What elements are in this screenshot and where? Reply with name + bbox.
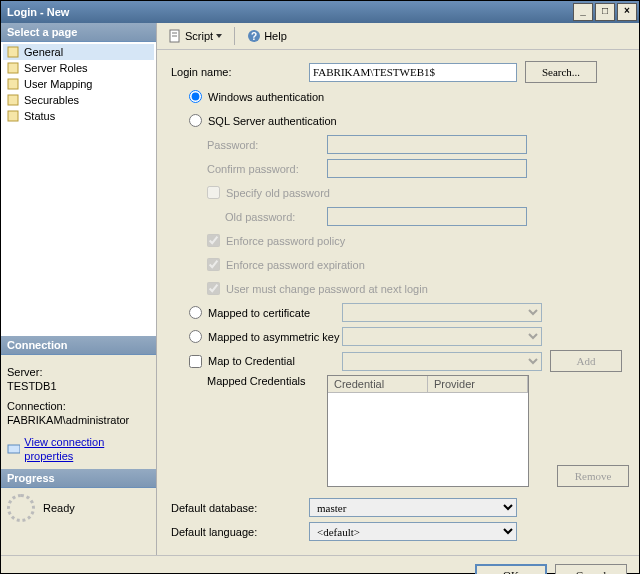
password-label: Password: xyxy=(207,139,327,151)
page-securables[interactable]: Securables xyxy=(3,92,154,108)
chevron-down-icon xyxy=(216,34,222,38)
help-button[interactable]: ? Help xyxy=(242,26,292,46)
login-name-label: Login name: xyxy=(171,66,309,78)
page-icon xyxy=(6,45,20,59)
mapped-creds-label: Mapped Credentials xyxy=(207,375,327,387)
page-status[interactable]: Status xyxy=(3,108,154,124)
enforce-exp-label: Enforce password expiration xyxy=(226,259,365,271)
confirm-input xyxy=(327,159,527,178)
page-user-mapping[interactable]: User Mapping xyxy=(3,76,154,92)
titlebar: Login - New _ □ × xyxy=(1,1,639,23)
cert-select xyxy=(342,303,542,322)
cred-select xyxy=(342,352,542,371)
help-icon: ? xyxy=(247,29,261,43)
must-change-check xyxy=(207,282,220,295)
progress-status: Ready xyxy=(43,502,75,514)
enforce-policy-check xyxy=(207,234,220,247)
windows-auth-label: Windows authentication xyxy=(208,91,324,103)
spinner-icon xyxy=(7,494,35,522)
help-label: Help xyxy=(264,30,287,42)
def-db-label: Default database: xyxy=(171,502,309,514)
progress-panel: Ready xyxy=(1,488,156,528)
def-lang-label: Default language: xyxy=(171,526,309,538)
close-button[interactable]: × xyxy=(617,3,637,21)
script-icon xyxy=(168,29,182,43)
pages-header: Select a page xyxy=(1,23,156,42)
map-cred-label: Map to Credential xyxy=(208,355,342,367)
page-label: Securables xyxy=(24,94,79,106)
window-title: Login - New xyxy=(7,6,69,18)
sql-auth-label: SQL Server authentication xyxy=(208,115,337,127)
specify-old-check xyxy=(207,186,220,199)
connection-panel: Server: TESTDB1 Connection: FABRIKAM\adm… xyxy=(1,355,156,469)
ok-button[interactable]: OK xyxy=(475,564,547,574)
svg-rect-5 xyxy=(8,445,20,453)
page-icon xyxy=(6,109,20,123)
svg-rect-4 xyxy=(8,111,18,121)
cancel-button[interactable]: Cancel xyxy=(555,564,627,574)
page-icon xyxy=(6,93,20,107)
connection-icon xyxy=(7,442,20,456)
page-list: General Server Roles User Mapping Secura… xyxy=(1,42,156,336)
mapped-cert-label: Mapped to certificate xyxy=(208,307,342,319)
def-db-select[interactable]: master xyxy=(309,498,517,517)
svg-text:?: ? xyxy=(251,31,257,42)
old-password-label: Old password: xyxy=(225,211,327,223)
view-connection-link[interactable]: View connection properties xyxy=(7,435,150,463)
sql-auth-radio[interactable] xyxy=(189,114,202,127)
footer: OK Cancel xyxy=(1,555,639,574)
confirm-label: Confirm password: xyxy=(207,163,327,175)
maximize-button[interactable]: □ xyxy=(595,3,615,21)
remove-button: Remove xyxy=(557,465,629,487)
server-value: TESTDB1 xyxy=(7,379,150,393)
svg-rect-0 xyxy=(8,47,18,57)
page-label: General xyxy=(24,46,63,58)
map-cred-check[interactable] xyxy=(189,355,202,368)
password-input xyxy=(327,135,527,154)
specify-old-label: Specify old password xyxy=(226,187,330,199)
server-label: Server: xyxy=(7,365,150,379)
page-label: Status xyxy=(24,110,55,122)
page-general[interactable]: General xyxy=(3,44,154,60)
page-server-roles[interactable]: Server Roles xyxy=(3,60,154,76)
windows-auth-radio[interactable] xyxy=(189,90,202,103)
old-password-input xyxy=(327,207,527,226)
login-name-input[interactable] xyxy=(309,63,517,82)
page-icon xyxy=(6,77,20,91)
col-credential: Credential xyxy=(328,376,428,392)
def-lang-select[interactable]: <default> xyxy=(309,522,517,541)
col-provider: Provider xyxy=(428,376,528,392)
minimize-button[interactable]: _ xyxy=(573,3,593,21)
enforce-exp-check xyxy=(207,258,220,271)
svg-rect-1 xyxy=(8,63,18,73)
page-label: Server Roles xyxy=(24,62,88,74)
asym-select xyxy=(342,327,542,346)
script-button[interactable]: Script xyxy=(163,26,227,46)
creds-table: Credential Provider xyxy=(327,375,529,487)
svg-rect-2 xyxy=(8,79,18,89)
must-change-label: User must change password at next login xyxy=(226,283,428,295)
add-button: Add xyxy=(550,350,622,372)
progress-header: Progress xyxy=(1,469,156,488)
conn-value: FABRIKAM\administrator xyxy=(7,413,150,427)
connection-header: Connection xyxy=(1,336,156,355)
toolbar: Script ? Help xyxy=(157,23,639,50)
page-icon xyxy=(6,61,20,75)
search-button[interactable]: Search... xyxy=(525,61,597,83)
mapped-asym-radio[interactable] xyxy=(189,330,202,343)
toolbar-separator xyxy=(234,27,235,45)
enforce-policy-label: Enforce password policy xyxy=(226,235,345,247)
svg-rect-3 xyxy=(8,95,18,105)
form-area: Login name: Search... Windows authentica… xyxy=(157,50,639,555)
conn-label: Connection: xyxy=(7,399,150,413)
mapped-cert-radio[interactable] xyxy=(189,306,202,319)
mapped-asym-label: Mapped to asymmetric key xyxy=(208,331,342,343)
link-label: View connection properties xyxy=(24,435,150,463)
script-label: Script xyxy=(185,30,213,42)
page-label: User Mapping xyxy=(24,78,92,90)
